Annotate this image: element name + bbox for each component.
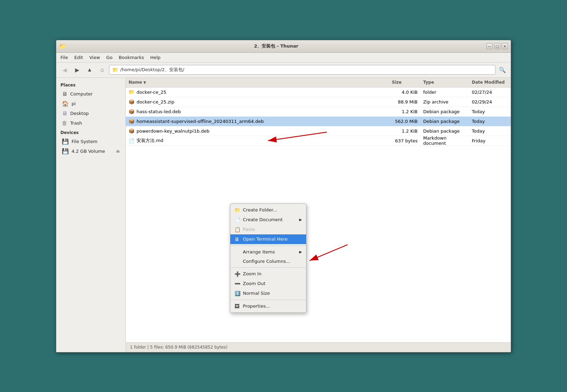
ctx-paste[interactable]: 📋 Paste [230,225,306,234]
file-type-cell: Debian package [420,109,469,114]
terminal-icon: 🖥 [235,236,240,242]
file-list: 📁 docker-ce_25 4.0 KiB folder 02/27/24 📦… [126,87,511,342]
sidebar-item-desktop[interactable]: 🖥 Desktop [58,109,124,118]
col-header-date[interactable]: Date Modified [469,80,511,85]
filesystem-icon: 💾 [62,138,69,145]
file-type-cell: folder [420,90,469,95]
address-folder-icon: 📁 [112,67,118,73]
file-date-cell: 02/27/24 [469,90,511,95]
up-button[interactable]: ▲ [84,64,95,75]
file-size-cell: 1.2 KiB [389,109,420,114]
file-size-cell: 562.0 MiB [389,119,420,124]
ctx-separator-2 [230,267,306,268]
table-row[interactable]: 📦 docker-ce_25.zip 88.9 MiB Zip archive … [126,97,511,107]
arrange-arrow-icon: ▶ [299,250,302,254]
menu-bookmarks[interactable]: Bookmarks [116,54,147,61]
devices-header: Devices [56,128,125,136]
ctx-separator-3 [230,300,306,300]
col-header-size[interactable]: Size [389,80,420,85]
col-header-name[interactable]: Name ▼ [126,80,389,85]
ctx-open-terminal[interactable]: 🖥 Open Terminal Here [230,234,306,244]
properties-icon: 🖼 [235,303,240,309]
menu-view[interactable]: View [87,54,103,61]
create-folder-icon: 📁 [235,207,240,213]
paste-icon: 📋 [235,227,240,232]
maximize-button[interactable]: □ [494,43,500,49]
titlebar: 📁 2、安装包 - Thunar — □ ✕ [56,40,511,53]
menu-help[interactable]: Help [147,54,163,61]
eject-button[interactable]: ⏏ [116,149,120,153]
deb-icon: 📦 [129,118,134,124]
file-size-cell: 637 bytes [389,138,420,143]
menu-edit[interactable]: Edit [72,54,86,61]
trash-icon: 🗑 [62,120,67,126]
file-type-cell: Zip archive [420,99,469,105]
address-text: /home/pi/Desktop/2、安装包/ [120,67,184,73]
file-list-header: Name ▼ Size Type Date Modified [126,78,511,87]
zip-icon: 📦 [129,99,134,105]
file-name-cell: 📦 powerdown-key_walnutpi1b.deb [126,128,389,134]
file-size-cell: 4.0 KiB [389,90,420,95]
file-type-cell: Debian package [420,128,469,134]
close-button[interactable]: ✕ [502,43,508,49]
menubar: File Edit View Go Bookmarks Help [56,53,511,62]
sidebar-item-filesystem-label: File System [72,139,97,144]
ctx-create-folder[interactable]: 📁 Create Folder... [230,205,306,215]
toolbar: ◀ ▶ ▲ ⌂ 📁 /home/pi/Desktop/2、安装包/ 🔍 [56,62,511,78]
ctx-properties[interactable]: 🖼 Properties... [230,301,306,311]
file-date-cell: Today [469,128,511,134]
computer-icon: 🖥 [62,91,67,97]
submenu-arrow-icon: ▶ [299,218,302,222]
sidebar-item-filesystem[interactable]: 💾 File System [58,137,124,146]
table-row[interactable]: 📦 powerdown-key_walnutpi1b.deb 1.2 KiB D… [126,126,511,136]
deb-icon: 📦 [129,109,134,114]
volume-icon: 💾 [62,148,69,155]
sidebar-item-pi-label: pi [72,101,76,106]
main-window: 📁 2、安装包 - Thunar — □ ✕ File Edit View Go… [56,40,511,352]
col-header-type[interactable]: Type [420,80,469,85]
file-date-cell: Friday [469,138,511,143]
menu-file[interactable]: File [58,54,71,61]
ctx-separator-1 [230,245,306,246]
context-menu: 📁 Create Folder... 📄 Create Document ▶ 📋… [230,203,306,313]
forward-button[interactable]: ▶ [72,64,83,75]
sidebar-item-volume[interactable]: 💾 4.2 GB Volume ⏏ [58,147,124,156]
file-date-cell: Today [469,119,511,124]
table-row[interactable]: 📦 homeassistant-supervised-offline_20240… [126,117,511,126]
desktop-icon: 🖥 [62,110,67,117]
table-row[interactable]: 📁 docker-ce_25 4.0 KiB folder 02/27/24 [126,87,511,97]
folder-icon: 📁 [129,89,134,95]
sidebar-item-trash[interactable]: 🗑 Trash [58,118,124,128]
ctx-create-document[interactable]: 📄 Create Document ▶ [230,215,306,225]
ctx-normal-size[interactable]: 1️⃣ Normal Size [230,289,306,298]
file-area: Name ▼ Size Type Date Modified 📁 [126,78,511,352]
file-name-cell: 📦 docker-ce_25.zip [126,99,389,105]
ctx-zoom-out[interactable]: ➖ Zoom Out [230,279,306,289]
sidebar-item-trash-label: Trash [70,120,82,126]
ctx-zoom-in[interactable]: ➕ Zoom In [230,269,306,279]
address-bar[interactable]: 📁 /home/pi/Desktop/2、安装包/ [109,65,495,75]
home-button[interactable]: ⌂ [97,64,108,75]
normal-size-icon: 1️⃣ [235,291,240,296]
search-button[interactable]: 🔍 [497,64,508,75]
minimize-button[interactable]: — [486,43,493,49]
file-date-cell: 02/29/24 [469,99,511,105]
sidebar-item-volume-label: 4.2 GB Volume [72,149,105,154]
pi-icon: 🏠 [62,100,69,107]
window-title: 2、安装包 - Thunar [66,43,486,49]
ctx-configure-columns[interactable]: Configure Columns... [230,257,306,266]
menu-go[interactable]: Go [104,54,115,61]
deb-icon: 📦 [129,128,134,134]
zoom-in-icon: ➕ [235,271,240,277]
sidebar-item-pi[interactable]: 🏠 pi [58,99,124,108]
statusbar: 1 folder | 5 files: 650.9 MiB (682545852… [126,342,511,352]
app-icon: 📁 [59,43,66,50]
table-row[interactable]: 📄 安装方法.md 637 bytes Markdown document Fr… [126,136,511,146]
table-row[interactable]: 📦 hass-status-led.deb 1.2 KiB Debian pac… [126,107,511,117]
sidebar-item-desktop-label: Desktop [70,111,89,116]
sidebar-item-computer[interactable]: 🖥 Computer [58,89,124,99]
ctx-arrange-items[interactable]: Arrange Items ▶ [230,247,306,257]
statusbar-text: 1 folder | 5 files: 650.9 MiB (682545852… [130,345,228,350]
back-button[interactable]: ◀ [59,64,70,75]
create-document-icon: 📄 [235,217,240,223]
